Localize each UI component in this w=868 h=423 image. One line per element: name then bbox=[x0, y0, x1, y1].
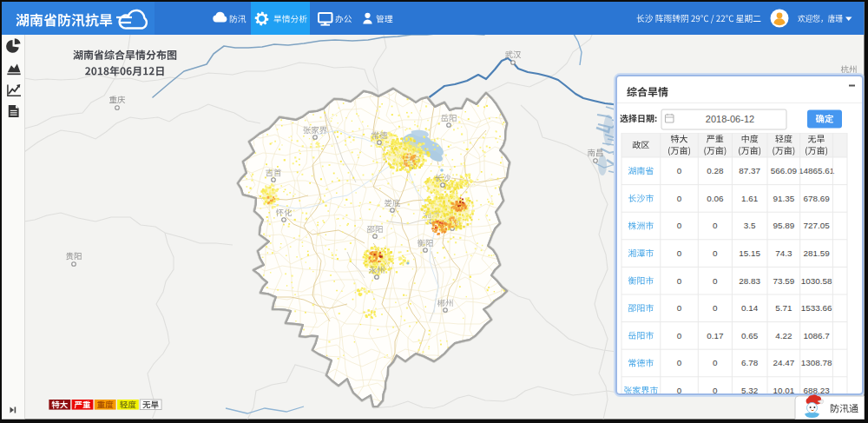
svg-text:0.17: 0.17 bbox=[707, 331, 723, 340]
svg-text:73.59: 73.59 bbox=[773, 276, 794, 286]
svg-text:15.15: 15.15 bbox=[739, 248, 760, 258]
svg-text:0: 0 bbox=[677, 248, 682, 258]
svg-text:0: 0 bbox=[713, 248, 718, 258]
svg-text:0.65: 0.65 bbox=[741, 331, 759, 340]
svg-text:95.89: 95.89 bbox=[773, 221, 794, 230]
svg-text:1030.58: 1030.58 bbox=[801, 276, 832, 286]
svg-text:0: 0 bbox=[677, 166, 682, 175]
svg-text:3.5: 3.5 bbox=[744, 221, 756, 230]
svg-text:28.83: 28.83 bbox=[739, 276, 760, 286]
svg-text:678.69: 678.69 bbox=[803, 194, 830, 203]
svg-text:74.3: 74.3 bbox=[775, 248, 792, 258]
svg-text:0: 0 bbox=[677, 276, 682, 286]
svg-text:1308.78: 1308.78 bbox=[801, 358, 832, 367]
svg-text:87.37: 87.37 bbox=[739, 166, 760, 175]
svg-text:1533.66: 1533.66 bbox=[801, 303, 832, 313]
svg-text:0: 0 bbox=[713, 221, 718, 230]
svg-text:281.59: 281.59 bbox=[803, 248, 830, 258]
svg-text:1.61: 1.61 bbox=[741, 194, 759, 203]
svg-text:1086.7: 1086.7 bbox=[803, 331, 829, 340]
svg-text:91.35: 91.35 bbox=[773, 194, 794, 203]
svg-text:6.78: 6.78 bbox=[741, 358, 759, 367]
svg-text:2018-06-12: 2018-06-12 bbox=[706, 114, 754, 124]
svg-text:727.05: 727.05 bbox=[803, 221, 830, 230]
svg-text:24.47: 24.47 bbox=[773, 358, 794, 367]
svg-text:566.09: 566.09 bbox=[771, 166, 798, 175]
svg-text:0.06: 0.06 bbox=[707, 194, 724, 203]
svg-text:0.28: 0.28 bbox=[707, 166, 724, 175]
svg-text:0.14: 0.14 bbox=[741, 303, 759, 313]
svg-text:0: 0 bbox=[713, 358, 718, 367]
svg-text:14865.61: 14865.61 bbox=[799, 166, 835, 175]
svg-text:5.71: 5.71 bbox=[775, 303, 792, 313]
svg-text:0: 0 bbox=[677, 358, 682, 367]
svg-text:4.22: 4.22 bbox=[775, 331, 792, 340]
svg-text:0: 0 bbox=[677, 221, 682, 230]
svg-text:0: 0 bbox=[677, 303, 682, 313]
svg-text:0: 0 bbox=[677, 331, 682, 340]
svg-text:0: 0 bbox=[713, 303, 718, 313]
svg-text:0: 0 bbox=[677, 194, 682, 203]
svg-text:0: 0 bbox=[713, 276, 718, 286]
